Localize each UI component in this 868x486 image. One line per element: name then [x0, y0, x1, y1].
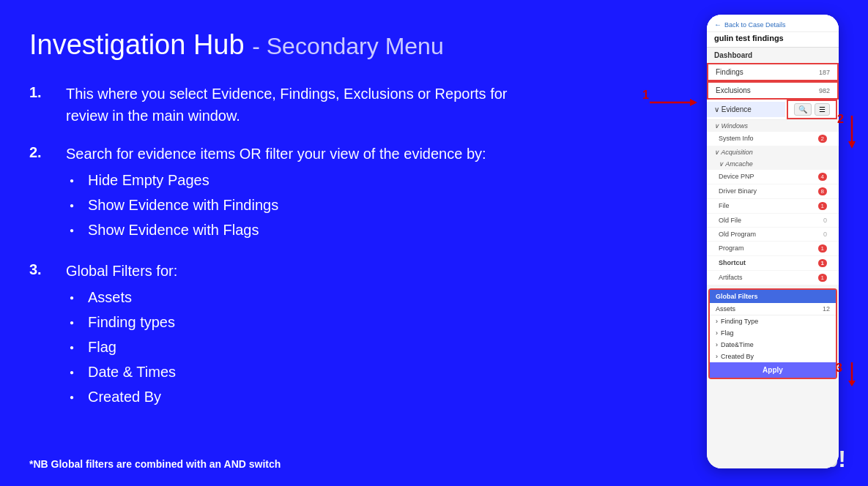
assets-filter-count: 12: [823, 305, 830, 313]
system-info-label: System Info: [719, 135, 754, 143]
section-2-content: Search for evidence items OR filter your…: [66, 143, 486, 244]
title-subtitle: - Secondary Menu: [252, 33, 443, 59]
arrow-3: 3: [815, 359, 859, 388]
created-by-label: Created By: [721, 353, 754, 360]
findings-label: Findings: [716, 68, 743, 76]
bullet-date-times-label: Date & Times: [88, 361, 176, 383]
old-file-item[interactable]: Old File 0: [707, 214, 839, 228]
datetime-expand-icon: ›: [716, 341, 718, 348]
assets-filter-label: Assets: [716, 305, 735, 313]
datetime-filter[interactable]: › Date&Time: [710, 339, 836, 351]
left-panel: Investigation Hub - Secondary Menu 1. Th…: [29, 29, 527, 427]
bullet-flag: Flag: [66, 336, 177, 358]
page-title: Investigation Hub - Secondary Menu: [29, 29, 527, 61]
assets-filter-item[interactable]: Assets 12: [710, 303, 836, 315]
old-program-item[interactable]: Old Program 0: [707, 228, 839, 242]
findings-count: 187: [819, 69, 830, 76]
artifacts-label: Artifacts: [719, 274, 743, 282]
section-3-content: Global Filters for: Assets Finding types…: [66, 260, 177, 411]
device-pnp-item[interactable]: Device PNP 4: [707, 170, 839, 184]
svg-marker-4: [848, 141, 856, 149]
section-2-number: 2.: [29, 143, 66, 161]
driver-binary-item[interactable]: Driver Binary 8: [707, 184, 839, 199]
section-1-text: This where you select Evidence, Findings…: [66, 83, 527, 127]
arrow-1: 1: [642, 84, 701, 121]
svg-text:2: 2: [837, 113, 844, 125]
global-filters-header: Global Filters: [710, 290, 836, 303]
section-3-text: Global Filters for:: [66, 263, 177, 279]
section-1-number: 1.: [29, 83, 66, 101]
driver-binary-label: Driver Binary: [719, 187, 757, 195]
finding-type-filter[interactable]: › Finding Type: [710, 315, 836, 327]
device-pnp-label: Device PNP: [719, 173, 754, 181]
program-label: Program: [719, 244, 744, 253]
shortcut-label: Shortcut: [719, 259, 746, 267]
bullet-show-findings: Show Evidence with Findings: [66, 194, 486, 216]
old-file-count: 0: [823, 217, 827, 224]
file-label: File: [719, 202, 730, 210]
section-3-bullets: Assets Finding types Flag Date & Times C…: [66, 286, 177, 408]
bullet-finding-types-label: Finding types: [88, 311, 175, 333]
svg-marker-7: [848, 381, 856, 386]
flag-filter[interactable]: › Flag: [710, 327, 836, 339]
back-arrow-icon: ←: [714, 20, 722, 29]
section-2-text: Search for evidence items OR filter your…: [66, 146, 486, 162]
old-file-label: Old File: [719, 217, 741, 224]
device-pnp-count: 4: [818, 173, 827, 181]
phone-frame: ← Back to Case Details gulin test findin…: [707, 15, 839, 468]
svg-text:3: 3: [836, 362, 842, 374]
amcache-header[interactable]: ∨ Amcache: [707, 158, 839, 170]
bullet-assets-label: Assets: [88, 286, 132, 308]
shortcut-count: 1: [818, 259, 827, 267]
exclusions-label: Exclusions: [716, 86, 751, 94]
finding-type-label: Finding Type: [721, 318, 758, 325]
bullet-show-findings-label: Show Evidence with Findings: [88, 194, 278, 216]
section-1: 1. This where you select Evidence, Findi…: [29, 83, 527, 127]
shortcut-item[interactable]: Shortcut 1: [707, 256, 839, 271]
evidence-label: ∨ Evidence: [714, 105, 752, 113]
file-count: 1: [818, 202, 827, 210]
phone-screen: ← Back to Case Details gulin test findin…: [707, 15, 839, 468]
footnote: *NB Global filters are combined with an …: [29, 458, 281, 470]
bullet-hide-empty-label: Hide Empty Pages: [88, 169, 209, 191]
artifacts-count: 1: [818, 274, 827, 282]
case-title: gulin test findings: [707, 32, 839, 48]
section-3: 3. Global Filters for: Assets Finding ty…: [29, 260, 527, 411]
created-by-expand-icon: ›: [716, 353, 718, 360]
expand-icon: ›: [716, 318, 718, 325]
bullet-hide-empty: Hide Empty Pages: [66, 169, 486, 191]
svg-marker-1: [690, 99, 697, 106]
dashboard-label: Dashboard: [707, 48, 839, 63]
section-3-number: 3.: [29, 260, 66, 278]
program-count: 1: [818, 244, 827, 253]
findings-nav-item[interactable]: Findings 187: [707, 63, 839, 81]
arrow-2: 2: [815, 108, 859, 152]
artifacts-item[interactable]: Artifacts 1: [707, 271, 839, 285]
program-item[interactable]: Program 1: [707, 242, 839, 256]
evidence-nav-item[interactable]: ∨ Evidence: [707, 102, 785, 117]
datetime-label: Date&Time: [721, 341, 754, 348]
old-program-label: Old Program: [719, 231, 756, 238]
section-2-bullets: Hide Empty Pages Show Evidence with Find…: [66, 169, 486, 241]
exclusions-nav-item[interactable]: Exclusions 982: [707, 81, 839, 100]
svg-text:1: 1: [642, 89, 649, 101]
section-2: 2. Search for evidence items OR filter y…: [29, 143, 527, 244]
bullet-finding-types: Finding types: [66, 311, 177, 333]
bullet-created-by: Created By: [66, 386, 177, 408]
phone-mockup: ← Back to Case Details gulin test findin…: [707, 15, 839, 476]
file-item[interactable]: File 1: [707, 199, 839, 214]
driver-binary-count: 8: [818, 187, 827, 195]
bullet-show-flags-label: Show Evidence with Flags: [88, 219, 259, 241]
bullet-date-times: Date & Times: [66, 361, 177, 383]
title-main: Investigation Hub: [29, 29, 245, 60]
back-bar[interactable]: ← Back to Case Details: [707, 15, 839, 32]
bullet-assets: Assets: [66, 286, 177, 308]
search-button[interactable]: 🔍: [794, 103, 812, 116]
old-program-count: 0: [823, 231, 827, 238]
flag-expand-icon: ›: [716, 329, 718, 337]
bullet-show-flags: Show Evidence with Flags: [66, 219, 486, 241]
exclusions-count: 982: [819, 87, 830, 94]
bullet-flag-label: Flag: [88, 336, 116, 358]
bullet-created-by-label: Created By: [88, 386, 161, 408]
flag-label: Flag: [721, 329, 734, 337]
